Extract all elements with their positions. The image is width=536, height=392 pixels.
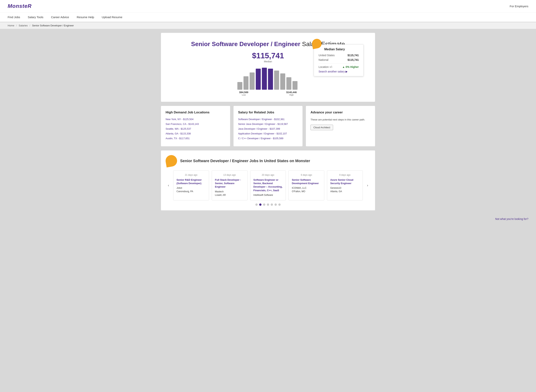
job-title-colored: Senior Software Developer / Engineer: [191, 41, 300, 47]
svg-rect-6: [274, 70, 279, 90]
nav-find-jobs[interactable]: Find Jobs: [8, 12, 20, 22]
days-ago-0: 21 days ago: [176, 174, 206, 176]
cloud-architect-badge[interactable]: Cloud Architect: [310, 125, 333, 130]
high-demand-link-0[interactable]: New York, NY - $125,504: [166, 118, 194, 121]
tooltip-value-us: $115,741: [348, 54, 359, 57]
tooltip-title: Median Salary: [324, 48, 359, 51]
for-employers-link[interactable]: For Employers: [510, 5, 528, 8]
list-item: Atlanta, GA - $115,338: [166, 132, 226, 135]
tooltip-row-location: Location +/- ▲ 0% Higher: [318, 65, 359, 68]
search-another-link[interactable]: Search another salary ▶: [318, 70, 359, 73]
main-content: Senior Software Developer / Engineer Sal…: [157, 33, 379, 210]
tooltip-bubble: [311, 38, 322, 49]
tooltip-value-location: ▲ 0% Higher: [342, 65, 359, 68]
carousel-prev-arrow[interactable]: ‹: [166, 182, 171, 188]
svg-rect-4: [262, 68, 267, 90]
tooltip-value-national: $115,741: [348, 58, 359, 61]
nav-salary-tools[interactable]: Salary Tools: [28, 12, 43, 22]
job-card-4: 9 days ago Azure Senior Cloud Security E…: [327, 170, 363, 201]
related-jobs-list: Software Developer / Engineer - $102,361…: [238, 118, 298, 140]
location-4: Atlanta, GA: [330, 190, 360, 193]
job-title-4[interactable]: Azure Senior Cloud Security Engineer: [330, 178, 360, 185]
tooltip-label-us: United States: [318, 54, 335, 57]
nav-bar: Find Jobs Salary Tools Career Advice Res…: [0, 12, 536, 22]
job-card-1: 13 days ago Full Stack Developer - Senio…: [212, 170, 247, 201]
days-ago-1: 13 days ago: [215, 174, 244, 176]
dot-4[interactable]: [271, 203, 273, 206]
logo: MonsteR: [8, 3, 32, 9]
top-bar: MonsteR For Employers: [0, 0, 536, 12]
company-3: ICONMA, LLC: [292, 187, 321, 189]
orange-bubble-icon: [165, 154, 178, 168]
chart-wrapper: $115,741 Median: [237, 51, 299, 96]
job-title-1[interactable]: Full Stack Developer - Senior, Software …: [215, 178, 244, 189]
job-card-0: 21 days ago Senior R&D Engineer (Softwar…: [173, 170, 209, 201]
job-cards-container: 21 days ago Senior R&D Engineer (Softwar…: [173, 170, 363, 201]
dot-3[interactable]: [267, 203, 269, 206]
advance-career-desc: These are potential next steps in this c…: [310, 118, 370, 122]
dot-1[interactable]: [259, 203, 261, 206]
dot-0[interactable]: [255, 203, 258, 206]
advance-career-title: Advance your career: [310, 111, 370, 114]
nav-resume-help[interactable]: Resume Help: [77, 12, 94, 22]
related-job-link-2[interactable]: Java Developer / Engineer - $107,399: [238, 127, 280, 130]
high-range-label: $140,446 High: [286, 91, 297, 96]
svg-rect-1: [243, 76, 248, 90]
related-job-link-4[interactable]: C / C++ Developer / Engineer - $105,589: [238, 137, 283, 140]
list-item: Application Developer / Engineer - $102,…: [238, 132, 298, 135]
company-4: Genesis10: [330, 187, 360, 189]
tooltip-label-national: National: [318, 58, 328, 61]
list-item: Austin, TX - $117,651: [166, 137, 226, 140]
logo-text: MonsteR: [8, 3, 32, 9]
low-label: Low: [239, 94, 248, 96]
carousel-next-arrow[interactable]: ›: [365, 182, 370, 188]
nav-career-advice[interactable]: Career Advice: [51, 12, 69, 22]
job-title-2[interactable]: Software Engineer or Senior, Backend Dev…: [253, 178, 283, 192]
list-item: Java Developer / Engineer - $107,399: [238, 127, 298, 130]
high-demand-link-3[interactable]: Atlanta, GA - $115,338: [166, 132, 191, 135]
carousel-dots: [166, 203, 370, 206]
related-job-link-3[interactable]: Application Developer / Engineer - $102,…: [238, 132, 287, 135]
svg-rect-9: [293, 81, 298, 90]
median-tooltip: Median Salary United States $115,741 Nat…: [314, 44, 364, 76]
job-card-3: 6 days ago Senior Software Development E…: [289, 170, 324, 201]
svg-rect-0: [237, 82, 242, 90]
svg-rect-3: [256, 69, 261, 90]
carousel-wrapper: ‹ 21 days ago Senior R&D Engineer (Softw…: [166, 170, 370, 201]
breadcrumb-sep-2: /: [29, 24, 30, 27]
high-demand-list: New York, NY - $125,504 San Francisco, C…: [166, 118, 226, 140]
high-demand-title: High Demand Job Locations: [166, 111, 226, 114]
high-demand-link-4[interactable]: Austin, TX - $117,651: [166, 137, 190, 140]
breadcrumb-salaries[interactable]: Salaries: [19, 24, 28, 27]
jobs-section-header: Senior Software Developer / Engineer Job…: [166, 155, 370, 167]
days-ago-4: 9 days ago: [330, 174, 360, 176]
low-range-label: $94,589 Low: [239, 91, 248, 96]
location-0: Canonsburg, PA: [176, 190, 206, 193]
dot-5[interactable]: [275, 203, 277, 206]
related-job-link-1[interactable]: Senior Java Developer / Engineer - $119,…: [238, 123, 288, 126]
footer-not-looking[interactable]: Not what you're looking for?: [0, 214, 536, 224]
svg-rect-7: [280, 73, 285, 90]
dot-6[interactable]: [278, 203, 281, 206]
high-demand-link-1[interactable]: San Francisco, CA - $143,143: [166, 123, 199, 126]
median-amount: $115,741: [252, 51, 284, 60]
location-3: O'Fallon, MO: [292, 190, 321, 193]
advance-career-card: Advance your career These are potential …: [306, 106, 375, 146]
job-title-0[interactable]: Senior R&D Engineer (Software Developer): [176, 178, 206, 185]
job-title-3[interactable]: Senior Software Development Engineer: [292, 178, 321, 185]
breadcrumb-home[interactable]: Home: [8, 24, 14, 27]
median-label: Median: [264, 60, 272, 63]
three-columns: High Demand Job Locations New York, NY -…: [161, 106, 375, 146]
tooltip-row-us: United States $115,741: [318, 54, 359, 57]
breadcrumb-current: Senior Software Developer / Engineer: [32, 24, 74, 27]
job-card-2: 20 days ago Software Engineer or Senior,…: [250, 170, 286, 201]
related-job-link-0[interactable]: Software Developer / Engineer - $102,361: [238, 118, 285, 121]
high-demand-link-2[interactable]: Seattle, WA - $125,537: [166, 127, 191, 130]
company-2: Intelliswift Software: [253, 194, 283, 196]
list-item: San Francisco, CA - $143,143: [166, 123, 226, 126]
dot-2[interactable]: [263, 203, 265, 206]
tooltip-label-location: Location +/-: [318, 65, 333, 68]
high-label: High: [286, 94, 297, 96]
nav-upload-resume[interactable]: Upload Resume: [102, 12, 123, 22]
salary-hero-card: Senior Software Developer / Engineer Sal…: [161, 33, 375, 102]
